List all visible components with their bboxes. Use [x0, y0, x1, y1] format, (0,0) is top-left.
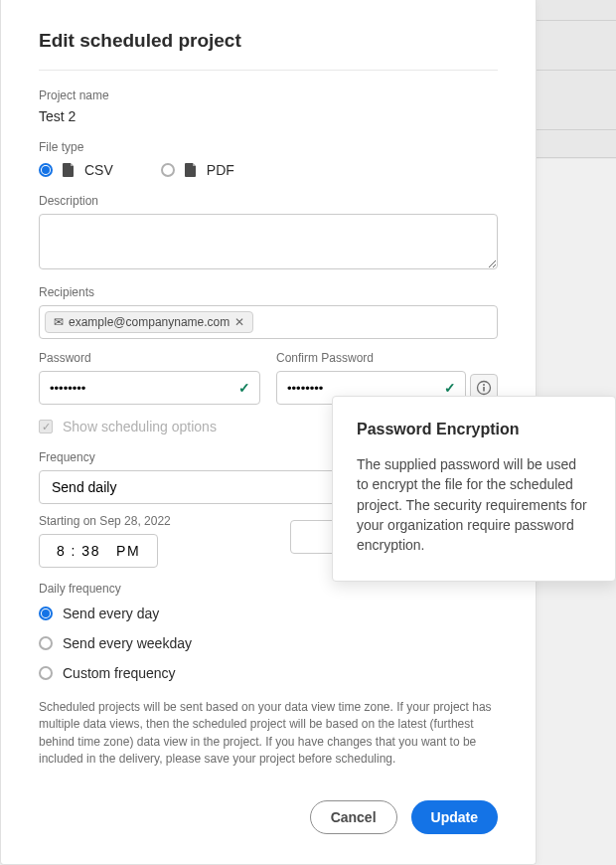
popover-body: The supplied password will be used to en…: [357, 454, 591, 555]
recipients-label: Recipients: [39, 285, 498, 299]
project-name-value: Test 2: [39, 108, 498, 124]
show-scheduling-checkbox[interactable]: ✓: [39, 420, 53, 433]
radio-icon: [39, 606, 53, 620]
file-type-csv-label: CSV: [84, 162, 113, 178]
password-field[interactable]: [39, 371, 260, 405]
file-type-label: File type: [39, 140, 498, 154]
password-encryption-popover: Password Encryption The supplied passwor…: [332, 396, 616, 582]
start-time-input[interactable]: [39, 534, 158, 568]
divider: [39, 70, 498, 71]
page-backdrop-header: [537, 0, 616, 159]
mail-icon: ✉: [54, 315, 64, 329]
valid-check-icon: ✓: [238, 380, 250, 396]
confirm-password-label: Confirm Password: [276, 351, 498, 365]
cancel-button[interactable]: Cancel: [310, 800, 397, 834]
description-label: Description: [39, 194, 498, 208]
daily-every-weekday-radio[interactable]: Send every weekday: [39, 635, 498, 651]
radio-icon: [39, 666, 53, 680]
file-pdf-icon: [185, 163, 197, 177]
starting-on-label: Starting on Sep 28, 2022: [39, 514, 171, 528]
file-type-radios: CSV PDF: [39, 162, 498, 178]
show-scheduling-label: Show scheduling options: [63, 419, 217, 434]
dialog-title: Edit scheduled project: [39, 30, 498, 52]
daily-custom-radio[interactable]: Custom frequency: [39, 665, 498, 681]
recipients-input[interactable]: ✉ example@companyname.com ✕: [39, 305, 498, 339]
radio-icon: [39, 163, 53, 177]
file-type-pdf-label: PDF: [207, 162, 234, 178]
recipient-email: example@companyname.com: [69, 315, 230, 329]
description-textarea[interactable]: [39, 214, 498, 269]
dialog-footer: Cancel Update: [310, 800, 498, 834]
valid-check-icon: ✓: [444, 380, 456, 396]
file-csv-icon: [63, 163, 75, 177]
svg-point-1: [483, 384, 485, 386]
daily-frequency-radios: Send every day Send every weekday Custom…: [39, 606, 498, 681]
scheduling-help-text: Scheduled projects will be sent based on…: [39, 699, 498, 769]
radio-icon: [161, 163, 175, 177]
info-icon: [476, 380, 492, 396]
password-label: Password: [39, 351, 260, 365]
project-name-label: Project name: [39, 88, 498, 102]
daily-every-day-label: Send every day: [63, 606, 159, 621]
svg-rect-2: [483, 387, 485, 392]
update-button[interactable]: Update: [411, 800, 498, 834]
popover-title: Password Encryption: [357, 421, 591, 438]
daily-frequency-label: Daily frequency: [39, 582, 498, 596]
radio-icon: [39, 636, 53, 650]
recipient-chip: ✉ example@companyname.com ✕: [45, 311, 253, 333]
file-type-pdf-radio[interactable]: PDF: [161, 162, 234, 178]
remove-recipient-icon[interactable]: ✕: [234, 315, 244, 329]
daily-every-day-radio[interactable]: Send every day: [39, 606, 498, 621]
daily-every-weekday-label: Send every weekday: [63, 635, 192, 651]
file-type-csv-radio[interactable]: CSV: [39, 162, 113, 178]
frequency-value: Send daily: [52, 479, 116, 495]
daily-custom-label: Custom frequency: [63, 665, 176, 681]
